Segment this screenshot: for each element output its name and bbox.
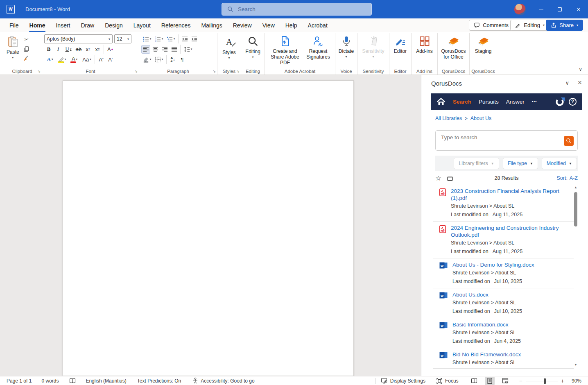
- library-filters-button[interactable]: Library filters ▼: [454, 158, 499, 169]
- zoom-slider[interactable]: [526, 377, 558, 385]
- result-title[interactable]: 2024 Engineering and Construction Indust…: [451, 224, 570, 238]
- sensitivity-button[interactable]: Sensitivity ▾: [360, 34, 387, 59]
- change-case-button[interactable]: Aa▾: [81, 55, 93, 64]
- font-name-select[interactable]: Aptos (Body) ▾: [44, 34, 113, 43]
- dictate-button[interactable]: Dictate ▾: [337, 34, 355, 59]
- tab-acrobat[interactable]: Acrobat: [303, 18, 333, 32]
- display-settings-button[interactable]: Display Settings: [381, 378, 425, 384]
- proofing-icon[interactable]: [69, 378, 76, 384]
- text-effects-button[interactable]: A▾: [44, 55, 56, 64]
- breadcrumb-about-us[interactable]: About Us: [470, 116, 491, 121]
- collapse-ribbon-button[interactable]: ∨: [579, 66, 582, 72]
- clipboard-dialog-launcher[interactable]: ↘: [37, 69, 41, 73]
- highlight-color-button[interactable]: ▾: [56, 55, 68, 64]
- nav-answer[interactable]: Answer: [506, 99, 525, 105]
- bold-button[interactable]: B: [44, 45, 53, 54]
- web-layout-button[interactable]: [500, 377, 510, 385]
- result-title[interactable]: Bid No Bid Framework.docx: [452, 351, 521, 358]
- create-share-pdf-button[interactable]: Create and Share Adobe PDF: [267, 34, 303, 66]
- nav-pursuits[interactable]: Pursuits: [479, 99, 499, 105]
- underline-button[interactable]: U▾: [63, 45, 74, 54]
- tab-review[interactable]: Review: [228, 18, 257, 32]
- tab-layout[interactable]: Layout: [128, 18, 156, 32]
- tab-file[interactable]: File: [4, 18, 24, 32]
- zoom-slider-thumb[interactable]: [544, 378, 546, 384]
- decrease-indent-button[interactable]: [180, 35, 189, 43]
- italic-button[interactable]: I: [54, 45, 63, 54]
- shrink-font-button[interactable]: Aˇ: [106, 55, 115, 64]
- format-painter-button[interactable]: [22, 54, 31, 63]
- scrollbar-thumb[interactable]: [574, 192, 577, 226]
- zoom-percent[interactable]: 90%: [572, 378, 581, 384]
- scroll-down-icon[interactable]: ▼: [573, 363, 578, 367]
- more-menu-icon[interactable]: •••: [532, 100, 537, 104]
- tab-help[interactable]: Help: [280, 18, 303, 32]
- tab-mailings[interactable]: Mailings: [196, 18, 227, 32]
- paste-button[interactable]: Paste ▾: [5, 34, 21, 63]
- align-center-button[interactable]: [151, 45, 160, 54]
- align-right-button[interactable]: [160, 45, 169, 54]
- font-size-select[interactable]: 12 ▾: [114, 34, 131, 43]
- line-spacing-button[interactable]: ▾: [182, 45, 194, 54]
- share-button[interactable]: Share ▾: [546, 20, 583, 31]
- modified-filter-button[interactable]: Modified ▼: [542, 158, 577, 169]
- editing-button[interactable]: Editing ▾: [243, 34, 262, 60]
- comments-button[interactable]: Comments: [469, 20, 513, 31]
- request-signatures-button[interactable]: Request Signatures: [303, 34, 333, 66]
- styles-button[interactable]: A Styles ▾: [219, 34, 239, 61]
- file-type-filter-button[interactable]: File type ▼: [503, 158, 538, 169]
- strikethrough-button[interactable]: ab: [74, 45, 83, 54]
- result-item[interactable]: About Us - Demo for Styling.docx Shrute …: [433, 258, 574, 288]
- copy-button[interactable]: [22, 45, 31, 53]
- home-icon[interactable]: [436, 97, 446, 106]
- panel-search-input[interactable]: [441, 134, 560, 140]
- qorusdocs-for-office-button[interactable]: QorusDocs for Office: [440, 34, 467, 61]
- panel-search-button[interactable]: [564, 136, 574, 146]
- language-indicator[interactable]: English (Mauritius): [86, 378, 126, 384]
- clear-formatting-button[interactable]: A♦: [106, 45, 115, 54]
- result-item[interactable]: Basic Information.docx Shrute Levinson >…: [433, 318, 574, 348]
- tab-insert[interactable]: Insert: [50, 18, 75, 32]
- document-page[interactable]: [63, 80, 354, 376]
- addins-button[interactable]: Add-ins: [414, 34, 435, 55]
- read-mode-button[interactable]: [469, 377, 479, 385]
- borders-button[interactable]: ▾: [153, 55, 165, 64]
- cut-button[interactable]: ✂: [22, 35, 31, 44]
- maximize-button[interactable]: [550, 0, 569, 18]
- tab-home[interactable]: Home: [24, 18, 51, 32]
- result-item[interactable]: 2023 Construction Financial Analysis Rep…: [433, 185, 574, 222]
- close-button[interactable]: ×: [569, 0, 588, 18]
- zoom-out-button[interactable]: −: [519, 378, 522, 384]
- styles-dialog-launcher[interactable]: ↘: [236, 69, 240, 73]
- font-dialog-launcher[interactable]: ↘: [134, 69, 138, 73]
- result-item[interactable]: About Us.docx Shrute Levinson > About SL…: [433, 288, 574, 318]
- result-title[interactable]: 2023 Construction Financial Analysis Rep…: [451, 188, 570, 202]
- qorusdocs-logo-icon[interactable]: [555, 97, 565, 106]
- tab-draw[interactable]: Draw: [75, 18, 100, 32]
- avatar[interactable]: [514, 4, 526, 15]
- scroll-up-icon[interactable]: ▲: [573, 186, 578, 189]
- zoom-in-button[interactable]: +: [561, 378, 564, 384]
- minimize-button[interactable]: [531, 0, 550, 18]
- staging-button[interactable]: Staging: [472, 34, 495, 55]
- tab-view[interactable]: View: [257, 18, 280, 32]
- tab-references[interactable]: References: [156, 18, 196, 32]
- panel-collapse-button[interactable]: ∨: [565, 80, 569, 86]
- font-color-button[interactable]: A ▾: [69, 55, 80, 64]
- tab-design[interactable]: Design: [100, 18, 128, 32]
- bullets-button[interactable]: ▾: [141, 35, 153, 43]
- paragraph-dialog-launcher[interactable]: ↘: [213, 69, 216, 73]
- breadcrumb-all-libraries[interactable]: All Libraries: [435, 116, 462, 121]
- editor-button[interactable]: Editor: [391, 34, 409, 55]
- result-item[interactable]: Bid No Bid Framework.docx Shrute Levinso…: [433, 348, 574, 369]
- print-layout-button[interactable]: [485, 377, 495, 385]
- word-count[interactable]: 0 words: [41, 378, 59, 384]
- justify-button[interactable]: [170, 45, 179, 54]
- grow-font-button[interactable]: Aˆ: [97, 55, 106, 64]
- sort-button[interactable]: AZ ↓: [168, 55, 177, 64]
- subscript-button[interactable]: x2: [84, 45, 93, 54]
- help-icon[interactable]: ?: [569, 98, 577, 106]
- show-marks-button[interactable]: ¶: [178, 55, 187, 64]
- multilevel-list-button[interactable]: ▾: [165, 35, 176, 43]
- superscript-button[interactable]: x2: [93, 45, 102, 54]
